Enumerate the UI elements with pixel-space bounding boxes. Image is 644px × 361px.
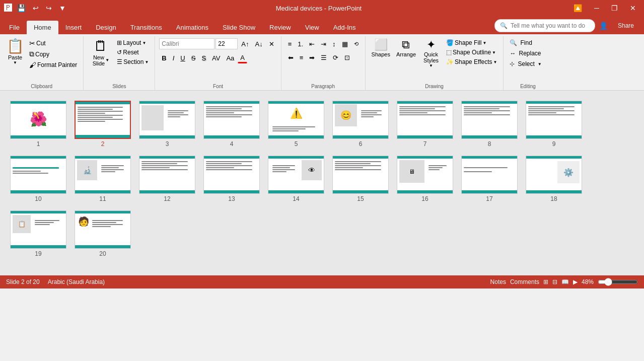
- view-reading-icon[interactable]: 📖: [561, 278, 569, 285]
- tell-me-box[interactable]: 🔍: [494, 19, 595, 32]
- tab-view[interactable]: View: [298, 21, 326, 34]
- cut-button[interactable]: ✂ Cut: [27, 38, 79, 48]
- shapes-button[interactable]: ⬜ Shapes: [370, 38, 392, 58]
- shape-outline-button[interactable]: ⬚ Shape Outline ▼: [444, 48, 499, 57]
- comments-button[interactable]: Comments: [510, 278, 539, 285]
- tab-addins[interactable]: Add-Ins: [326, 21, 363, 34]
- tab-slideshow[interactable]: Slide Show: [216, 21, 262, 34]
- slide-thumb-13[interactable]: 13: [203, 156, 260, 202]
- shape-outline-dropdown-icon: ▼: [492, 50, 496, 55]
- tab-home[interactable]: Home: [27, 21, 58, 34]
- font-color-button[interactable]: A: [238, 52, 247, 63]
- tell-me-input[interactable]: [511, 22, 590, 29]
- slide-thumb-12[interactable]: 12: [139, 156, 195, 202]
- slide-thumb-14[interactable]: 👁 14: [268, 156, 324, 202]
- text-direction-button[interactable]: ⟳: [330, 52, 341, 63]
- align-left-button[interactable]: ⬅: [285, 52, 296, 63]
- reset-button[interactable]: ↺ Reset: [115, 48, 151, 57]
- collapse-ribbon-button[interactable]: 🔼: [569, 3, 586, 13]
- slide-thumb-1[interactable]: 🌺 1: [10, 101, 66, 148]
- decrease-indent-button[interactable]: ⇤: [307, 38, 317, 49]
- arrange-button[interactable]: ⧉ Arrange: [394, 38, 418, 58]
- justify-button[interactable]: ☰: [318, 52, 329, 63]
- close-button[interactable]: ✕: [626, 3, 640, 13]
- slide-thumb-10[interactable]: 10: [10, 156, 66, 202]
- line-spacing-button[interactable]: ↕: [330, 38, 338, 49]
- font-size-input[interactable]: [216, 38, 238, 49]
- underline-button[interactable]: U: [178, 52, 187, 63]
- bold-button[interactable]: B: [159, 52, 169, 63]
- section-button[interactable]: ☰ Section ▼: [115, 57, 151, 66]
- slide-thumb-20[interactable]: 🧑 20: [75, 210, 131, 257]
- slide-img-16: 🖥: [397, 156, 453, 194]
- shape-effects-button[interactable]: ✨ Shape Effects ▼: [444, 57, 499, 66]
- slide-thumb-5[interactable]: ⚠️ 5: [268, 101, 324, 148]
- tab-animations[interactable]: Animations: [169, 21, 216, 34]
- shape-fill-dropdown-icon: ▼: [482, 41, 486, 45]
- select-button[interactable]: ⊹ Select ▼: [508, 59, 548, 68]
- customize-button[interactable]: ▼: [57, 3, 68, 13]
- slide-thumb-2[interactable]: 2: [75, 101, 131, 148]
- slide-thumb-7[interactable]: 7: [397, 101, 453, 148]
- slide-num-20: 20: [99, 250, 106, 257]
- redo-button[interactable]: ↪: [44, 3, 54, 13]
- tab-design[interactable]: Design: [89, 21, 123, 34]
- increase-font-button[interactable]: A↑: [239, 38, 251, 49]
- slide-thumb-18[interactable]: ⚙️ 18: [526, 156, 582, 202]
- increase-indent-button[interactable]: ⇥: [318, 38, 329, 49]
- notes-button[interactable]: Notes: [490, 278, 506, 285]
- slide-thumb-19[interactable]: 📋 19: [10, 210, 66, 257]
- slide-thumb-16[interactable]: 🖥 16: [397, 156, 453, 202]
- convert-smartart-button[interactable]: ⟲: [351, 38, 361, 49]
- slide-img-19: 📋: [10, 210, 66, 249]
- columns-button[interactable]: ▦: [339, 38, 350, 49]
- slide-thumb-8[interactable]: 8: [461, 101, 518, 148]
- font-row-2: B I U S S AV Aa A: [159, 52, 247, 63]
- view-normal-icon[interactable]: ⊞: [543, 278, 548, 285]
- reset-icon: ↺: [117, 49, 122, 56]
- slideshow-icon[interactable]: ▶: [573, 278, 578, 285]
- tab-insert[interactable]: Insert: [58, 21, 89, 34]
- clipboard-col: ✂ Cut ⧉ Copy 🖌 Format Painter: [27, 38, 79, 70]
- slide-thumb-15[interactable]: 15: [332, 156, 389, 202]
- share-button[interactable]: Share: [612, 20, 640, 31]
- slide-thumb-11[interactable]: 🔬 11: [75, 156, 131, 202]
- clear-format-button[interactable]: ✕: [266, 38, 277, 49]
- decrease-font-button[interactable]: A↓: [252, 38, 265, 49]
- copy-button[interactable]: ⧉ Copy: [27, 49, 79, 59]
- align-center-button[interactable]: ≡: [297, 52, 306, 63]
- layout-button[interactable]: ⊞ Layout ▼: [115, 38, 151, 47]
- tab-file[interactable]: File: [2, 21, 27, 34]
- align-right-button[interactable]: ➡: [307, 52, 317, 63]
- view-slide-sorter-icon[interactable]: ⊟: [552, 278, 557, 285]
- paste-button[interactable]: 📋 Paste ▼: [4, 38, 26, 66]
- quick-styles-button[interactable]: ✦ QuickStyles ▼: [420, 38, 442, 69]
- shape-fill-button[interactable]: 🪣 Shape Fill ▼: [444, 38, 499, 47]
- bullets-button[interactable]: ≡: [285, 38, 295, 49]
- slide-thumb-17[interactable]: 17: [461, 156, 518, 202]
- find-button[interactable]: 🔍 Find: [508, 38, 548, 47]
- align-text-button[interactable]: ⊡: [342, 52, 352, 63]
- shadow-button[interactable]: S: [199, 52, 208, 63]
- zoom-slider[interactable]: [598, 278, 638, 286]
- change-case-button[interactable]: Aa: [224, 52, 237, 63]
- slide-thumb-4[interactable]: 4: [203, 101, 260, 148]
- replace-button[interactable]: ↔ Replace: [508, 49, 548, 58]
- tab-review[interactable]: Review: [262, 21, 298, 34]
- font-name-input[interactable]: [159, 38, 214, 49]
- format-painter-button[interactable]: 🖌 Format Painter: [27, 60, 79, 70]
- ribbon-tabs-row: File Home Insert Design Transitions Anim…: [0, 16, 644, 34]
- strikethrough-button[interactable]: S: [189, 52, 198, 63]
- minimize-button[interactable]: ─: [590, 3, 603, 13]
- slide-thumb-9[interactable]: 9: [526, 101, 582, 148]
- slide-thumb-6[interactable]: 😊 6: [332, 101, 389, 148]
- save-quick-button[interactable]: 💾: [15, 3, 28, 13]
- new-slide-button[interactable]: 🗒 NewSlide ▼: [88, 38, 114, 67]
- tab-transitions[interactable]: Transitions: [123, 21, 169, 34]
- italic-button[interactable]: I: [170, 52, 177, 63]
- restore-button[interactable]: ❐: [607, 3, 622, 13]
- slide-thumb-3[interactable]: 3: [139, 101, 195, 148]
- char-spacing-button[interactable]: AV: [209, 52, 223, 63]
- numbering-button[interactable]: 1.: [295, 38, 306, 49]
- undo-button[interactable]: ↩: [31, 3, 41, 13]
